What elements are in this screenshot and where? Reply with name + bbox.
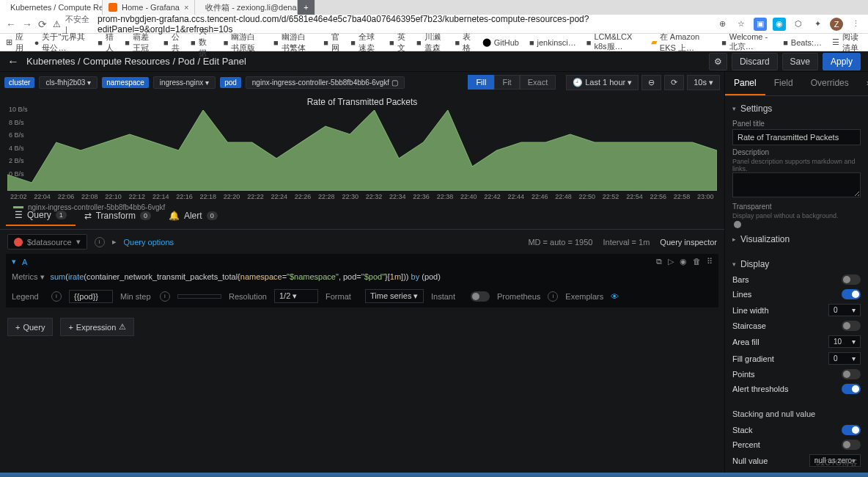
info-icon[interactable]: i: [160, 291, 170, 302]
add-expression-button[interactable]: + Expression ⚠: [60, 318, 134, 336]
bookmark[interactable]: ■ jenkinsci…: [529, 38, 576, 47]
delete-icon[interactable]: 🗑: [693, 257, 701, 266]
datasource-select[interactable]: $datasource ▾: [7, 234, 87, 250]
add-query-button[interactable]: + Query: [7, 318, 53, 336]
expand-icon[interactable]: ›: [858, 72, 868, 95]
ext-icon[interactable]: ◉: [773, 18, 786, 31]
instant-toggle[interactable]: [471, 291, 490, 302]
bookmark[interactable]: ■ 全球速卖: [350, 32, 379, 54]
windows-taskbar[interactable]: [0, 473, 868, 477]
drag-icon[interactable]: ⠿: [707, 257, 713, 266]
fillgradient-select[interactable]: 0▾: [828, 352, 861, 365]
browser-tab-1[interactable]: Home - Grafana×: [103, 0, 195, 15]
bookmark[interactable]: ■ 幽游白书繁体: [273, 32, 313, 54]
info-icon[interactable]: i: [95, 237, 105, 247]
exemplars-icon[interactable]: 👁: [611, 292, 619, 301]
bookmark[interactable]: ■ 霸差王冠: [125, 32, 153, 54]
info-icon[interactable]: i: [548, 291, 558, 302]
back-icon[interactable]: ←: [6, 18, 16, 30]
stack-toggle[interactable]: [842, 425, 861, 435]
bookmark[interactable]: ● 关于"元界其母公…: [34, 32, 87, 54]
refresh-interval[interactable]: 10s ▾: [687, 75, 720, 90]
resolution-select[interactable]: 1/2 ▾: [274, 289, 318, 303]
query-inspector-link[interactable]: Query inspector: [660, 238, 717, 247]
metrics-label[interactable]: Metrics ▾: [12, 272, 45, 282]
bookmark[interactable]: ■ 猎人: [98, 32, 114, 54]
close-icon[interactable]: ×: [184, 3, 188, 12]
points-toggle[interactable]: [842, 369, 861, 379]
tab-overrides[interactable]: Overrides: [802, 72, 858, 95]
bookmark[interactable]: ■ 表格: [455, 32, 472, 54]
tab-field[interactable]: Field: [765, 72, 802, 95]
alertthresholds-toggle[interactable]: [842, 384, 861, 394]
back-arrow-icon[interactable]: ←: [7, 55, 19, 68]
apps-icon[interactable]: ⊞ 应用: [6, 32, 24, 54]
bookmark[interactable]: ■ 大数据: [191, 26, 213, 59]
areafill-select[interactable]: 10▾: [828, 335, 861, 348]
bookmark[interactable]: ■ 英文: [389, 32, 406, 54]
new-tab-button[interactable]: +: [298, 0, 315, 15]
discard-button[interactable]: Discard: [732, 53, 778, 70]
bars-toggle[interactable]: [842, 274, 861, 285]
refresh-icon[interactable]: ⟳: [664, 75, 684, 90]
cluster-select[interactable]: cls-fhhj2b03 ▾: [39, 76, 98, 89]
minstep-input[interactable]: [177, 294, 221, 299]
toggle-icon[interactable]: ◉: [680, 257, 687, 266]
ext-icon[interactable]: ▣: [754, 18, 767, 31]
lines-toggle[interactable]: [842, 289, 861, 299]
browser-tab-2[interactable]: 收件箱 - zexiong.li@dena.jp -×: [195, 0, 298, 15]
panel-title-input[interactable]: [732, 129, 861, 145]
settings-header[interactable]: Settings: [732, 101, 861, 117]
avatar[interactable]: Z: [830, 18, 843, 31]
ext-icon[interactable]: ⬡: [792, 18, 805, 31]
bookmark[interactable]: ■ LCM&LCX k8s服…: [586, 32, 641, 52]
bookmark[interactable]: ▰ 在 Amazon EKS 上…: [651, 32, 711, 54]
menu-icon[interactable]: ⋮: [849, 18, 862, 31]
info-icon[interactable]: i: [51, 291, 62, 302]
bookmark[interactable]: ■ 官网: [323, 32, 340, 54]
tab-panel[interactable]: Panel: [725, 72, 765, 95]
collapse-icon[interactable]: ▾: [12, 257, 16, 266]
puzzle-icon[interactable]: ✦: [811, 18, 824, 31]
reload-icon[interactable]: ⟳: [38, 18, 47, 30]
fill-button[interactable]: Fill: [468, 75, 494, 90]
staircase-toggle[interactable]: [842, 321, 861, 331]
nullvalue-label: Null value: [732, 456, 768, 465]
bookmark[interactable]: ■ 川濑盖森: [416, 32, 445, 54]
forward-icon[interactable]: →: [22, 18, 32, 30]
browser-tab-0[interactable]: Kubernetes / Compute Resou×: [0, 0, 103, 15]
reading-list[interactable]: ☰ 阅读清单: [832, 32, 862, 54]
description-input[interactable]: [732, 172, 861, 197]
chart-svg[interactable]: [7, 110, 717, 191]
format-select[interactable]: Time series ▾: [365, 289, 424, 303]
visualization-header[interactable]: Visualization: [732, 231, 861, 247]
lines-label: Lines: [732, 290, 751, 299]
legend-input[interactable]: {{pod}}: [69, 290, 113, 303]
duplicate-icon[interactable]: ⧉: [656, 257, 662, 266]
translate-icon[interactable]: ⊕: [716, 18, 729, 31]
apply-button[interactable]: Apply: [823, 53, 861, 70]
chevron-right-icon[interactable]: ▸: [112, 237, 117, 247]
eye-icon[interactable]: ▷: [668, 257, 674, 266]
save-button[interactable]: Save: [782, 53, 818, 70]
bookmark[interactable]: ■ Beats:…: [783, 38, 822, 47]
bookmark[interactable]: ■ 幽游白书原版: [224, 32, 263, 54]
exact-button[interactable]: Exact: [520, 75, 556, 90]
namespace-select[interactable]: ingress-nginx ▾: [153, 76, 216, 89]
namespace-tag: namespace: [102, 77, 149, 88]
zoom-out-icon[interactable]: ⊖: [641, 75, 661, 90]
bookmark[interactable]: ■ 公共: [163, 32, 180, 54]
time-range-picker[interactable]: 🕘 Last 1 hour ▾: [566, 75, 639, 90]
query-options-link[interactable]: Query options: [124, 238, 174, 247]
bookmark[interactable]: ⬤ GitHub: [482, 37, 519, 47]
settings-icon[interactable]: ⚙: [709, 53, 727, 70]
star-icon[interactable]: ☆: [735, 18, 748, 31]
query-expression[interactable]: sum(irate(container_network_transmit_pac…: [51, 272, 441, 282]
linewidth-select[interactable]: 0▾: [828, 304, 861, 316]
display-header[interactable]: Display: [732, 256, 861, 272]
pod-select[interactable]: nginx-ingress-controller-5bb8fb4bb6-6vgk…: [246, 76, 405, 89]
percent-toggle[interactable]: [842, 440, 861, 450]
chart-legend[interactable]: nginx-ingress-controller-5bb8fb4bb6-6vgk…: [7, 200, 717, 214]
fit-button[interactable]: Fit: [494, 75, 519, 90]
bookmark[interactable]: ■ Welcome - 北京…: [721, 32, 773, 52]
